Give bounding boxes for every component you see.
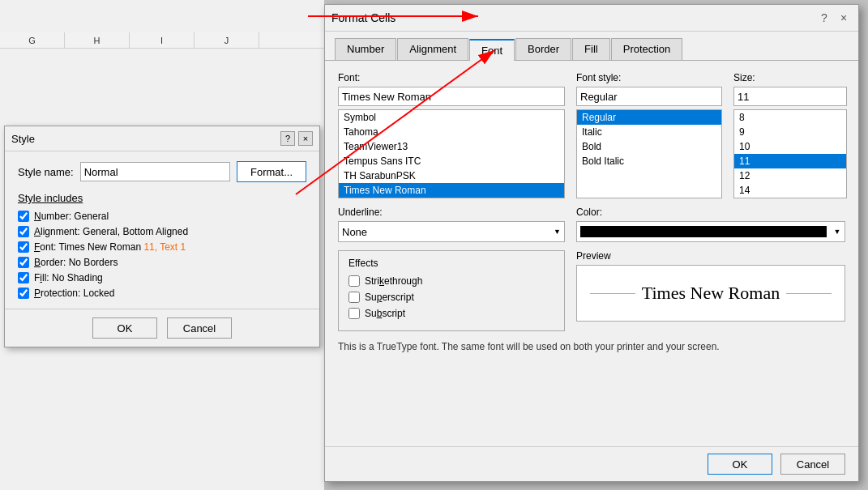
- fc-underline-color-row: Underline: None ▼ Color: ▼: [338, 207, 845, 242]
- style-includes-list: Number: General Alignment: General, Bott…: [18, 211, 306, 299]
- fc-size-10[interactable]: 10: [734, 139, 846, 154]
- fc-size-8[interactable]: 8: [734, 110, 846, 125]
- fc-size-11[interactable]: 11: [734, 154, 846, 168]
- col-h: H: [65, 32, 130, 48]
- col-j: J: [195, 32, 259, 48]
- style-item-border-check[interactable]: [18, 257, 29, 268]
- col-i: I: [130, 32, 195, 48]
- style-item-border-text: Border: No Borders: [34, 257, 118, 268]
- style-item-font: Font: Times New Roman 11, Text 1: [18, 241, 306, 253]
- style-item-fill: Fill: No Shading: [18, 272, 306, 283]
- style-name-input[interactable]: [80, 162, 230, 181]
- fc-preview-col: Preview Times New Roman: [576, 250, 845, 331]
- style-dialog: Style ? × Style name: Format... Style in…: [4, 126, 320, 347]
- fc-underline-label: Underline:: [338, 207, 565, 218]
- style-dialog-titlebar: Style ? ×: [5, 126, 319, 151]
- style-dialog-body: Style name: Format... Style includes Num…: [5, 151, 319, 309]
- fc-superscript-label: Superscript: [365, 292, 414, 303]
- fc-strikethrough-row: Strikethrough: [348, 275, 554, 287]
- fc-effects-title: Effects: [348, 258, 554, 269]
- style-item-protection: Protection: Locked: [18, 288, 306, 299]
- tab-number[interactable]: Number: [335, 38, 396, 60]
- tab-border[interactable]: Border: [515, 38, 571, 60]
- fc-style-col: Font style: Regular Italic Bold Bold Ita…: [576, 72, 722, 198]
- style-item-number-text: Number: General: [34, 211, 109, 222]
- style-item-font-text: Font: Times New Roman 11, Text 1: [34, 241, 186, 253]
- fc-size-input[interactable]: [733, 87, 847, 106]
- fc-style-regular[interactable]: Regular: [577, 110, 721, 125]
- fc-font-col: Font: Symbol Tahoma TeamViewer13 Tempus …: [338, 72, 565, 198]
- fc-font-times[interactable]: Times New Roman: [339, 183, 564, 198]
- fc-ok-button[interactable]: OK: [708, 454, 772, 475]
- fc-font-tempus[interactable]: Tempus Sans ITC: [339, 154, 564, 168]
- fc-color-arrow: ▼: [830, 228, 844, 236]
- fc-close-btn[interactable]: ×: [836, 10, 852, 26]
- style-dialog-title: Style: [11, 133, 35, 145]
- fc-size-12[interactable]: 12: [734, 168, 846, 183]
- fc-subscript-row: Subscript: [348, 308, 554, 319]
- fc-size-9[interactable]: 9: [734, 125, 846, 139]
- style-item-alignment-check[interactable]: [18, 226, 29, 237]
- style-name-label: Style name:: [18, 166, 74, 178]
- style-item-fill-text: Fill: No Shading: [34, 272, 103, 283]
- fc-strikethrough-label: Strikethrough: [365, 275, 422, 287]
- style-includes-title: Style includes: [18, 192, 306, 204]
- col-g: G: [0, 32, 65, 48]
- fc-style-input[interactable]: [576, 87, 722, 106]
- fc-font-tahoma[interactable]: Tahoma: [339, 125, 564, 139]
- fc-size-col: Size: 8 9 10 11 12 14: [733, 72, 847, 198]
- style-name-row: Style name: Format...: [18, 161, 306, 182]
- tab-fill[interactable]: Fill: [572, 38, 610, 60]
- fc-cancel-button[interactable]: Cancel: [780, 454, 845, 475]
- fc-effects-preview-row: Effects Strikethrough Superscript Subscr…: [338, 250, 845, 331]
- fc-style-bold-italic[interactable]: Bold Italic: [577, 154, 721, 168]
- style-help-btn[interactable]: ?: [280, 131, 295, 146]
- fc-tab-content: Font: Symbol Tahoma TeamViewer13 Tempus …: [325, 61, 858, 456]
- fc-color-picker[interactable]: ▼: [576, 221, 845, 242]
- style-item-number-check[interactable]: [18, 211, 29, 222]
- fc-font-list[interactable]: Symbol Tahoma TeamViewer13 Tempus Sans I…: [338, 109, 565, 198]
- style-title-buttons: ? ×: [280, 131, 313, 146]
- fc-color-label: Color:: [576, 207, 845, 218]
- fc-footer: OK Cancel: [325, 446, 858, 481]
- fc-help-btn[interactable]: ?: [816, 10, 832, 26]
- fc-info-text: This is a TrueType font. The same font w…: [338, 341, 845, 352]
- fc-superscript-row: Superscript: [348, 292, 554, 303]
- fc-style-italic[interactable]: Italic: [577, 125, 721, 139]
- fc-font-th-sarabun[interactable]: TH SarabunPSK: [339, 168, 564, 183]
- style-item-protection-text: Protection: Locked: [34, 288, 114, 299]
- style-item-fill-check[interactable]: [18, 272, 29, 283]
- fc-underline-arrow: ▼: [554, 228, 561, 236]
- fc-color-swatch: [580, 226, 827, 237]
- fc-strikethrough-check[interactable]: [348, 275, 360, 287]
- style-close-btn[interactable]: ×: [298, 131, 313, 146]
- tab-font[interactable]: Font: [469, 39, 515, 61]
- tab-protection[interactable]: Protection: [611, 38, 683, 60]
- format-cells-dialog: Format Cells ? × Number Alignment Font B…: [324, 4, 859, 482]
- fc-subscript-check[interactable]: [348, 308, 360, 319]
- fc-font-symbol[interactable]: Symbol: [339, 110, 564, 125]
- style-item-protection-check[interactable]: [18, 288, 29, 299]
- fc-underline-value: None: [342, 226, 554, 238]
- style-ok-button[interactable]: OK: [92, 317, 157, 339]
- fc-preview-content: Times New Roman: [577, 283, 844, 304]
- fc-font-teamviewer[interactable]: TeamViewer13: [339, 139, 564, 154]
- tab-alignment[interactable]: Alignment: [397, 38, 468, 60]
- fc-superscript-check[interactable]: [348, 292, 360, 303]
- fc-size-list[interactable]: 8 9 10 11 12 14: [733, 109, 847, 198]
- fc-preview-text: Times New Roman: [642, 283, 780, 304]
- style-cancel-button[interactable]: Cancel: [167, 317, 232, 339]
- style-item-font-check[interactable]: [18, 241, 29, 253]
- fc-size-label: Size:: [733, 72, 847, 83]
- format-cells-titlebar: Format Cells ? ×: [325, 5, 858, 32]
- fc-underline-select[interactable]: None ▼: [338, 221, 565, 242]
- fc-size-14[interactable]: 14: [734, 183, 846, 198]
- format-button[interactable]: Format...: [237, 161, 306, 182]
- fc-style-list[interactable]: Regular Italic Bold Bold Italic: [576, 109, 722, 198]
- fc-font-label: Font:: [338, 72, 565, 83]
- fc-font-input[interactable]: [338, 87, 565, 106]
- fc-style-label: Font style:: [576, 72, 722, 83]
- fc-style-bold[interactable]: Bold: [577, 139, 721, 154]
- fc-subscript-label: Subscript: [365, 308, 405, 319]
- style-item-number: Number: General: [18, 211, 306, 222]
